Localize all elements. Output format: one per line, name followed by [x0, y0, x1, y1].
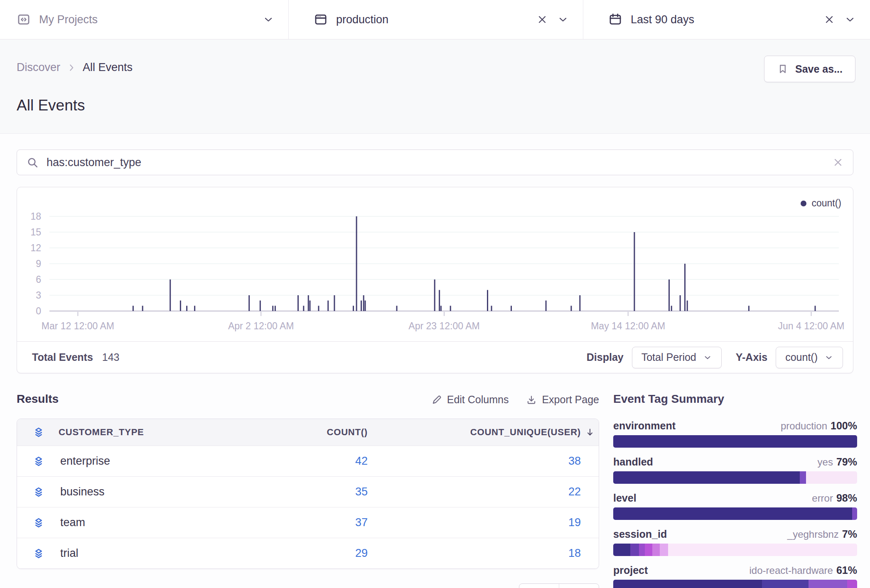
chart-legend-count[interactable]: count(): [801, 198, 841, 209]
date-range-selector[interactable]: Last 90 days: [583, 0, 870, 39]
tag-bar-segment[interactable]: [630, 544, 639, 556]
project-selector[interactable]: My Projects: [0, 0, 288, 39]
tag-bar-segment[interactable]: [652, 544, 660, 556]
svg-text:12: 12: [30, 243, 41, 253]
tag-distribution-bar: [613, 471, 857, 484]
export-page-label: Export Page: [542, 394, 599, 406]
table-row: enterprise4238: [17, 446, 599, 476]
environment-selector-label: production: [336, 13, 388, 26]
breadcrumb-discover-link[interactable]: Discover: [17, 61, 60, 74]
edit-columns-button[interactable]: Edit Columns: [431, 394, 509, 406]
svg-text:Apr 2 12:00 AM: Apr 2 12:00 AM: [228, 321, 294, 331]
chevron-right-icon: [66, 62, 77, 73]
column-header-count[interactable]: COUNT(): [327, 427, 368, 438]
column-header-count-unique-user[interactable]: COUNT_UNIQUE(USER): [368, 427, 598, 438]
svg-text:May 14 12:00 AM: May 14 12:00 AM: [591, 321, 665, 331]
clear-environment-icon[interactable]: [536, 14, 548, 25]
previous-page-button[interactable]: [519, 584, 559, 588]
svg-text:6: 6: [36, 274, 41, 285]
tag-name: level: [613, 492, 637, 503]
legend-dot-icon: [801, 201, 806, 206]
tag-summary-row: environmentproduction100%: [613, 420, 857, 448]
bookmark-icon: [777, 63, 789, 75]
search-input[interactable]: [47, 156, 825, 169]
count-unique-user-cell-link[interactable]: 19: [368, 516, 598, 529]
tag-bar-segment[interactable]: [809, 580, 848, 588]
export-page-button[interactable]: Export Page: [526, 394, 599, 406]
tag-top-value: ido-react-hardware61%: [750, 565, 857, 576]
display-label: Display: [587, 351, 624, 363]
tag-bar-segment[interactable]: [613, 471, 800, 484]
stack-icon: [17, 426, 59, 439]
count-cell-link[interactable]: 37: [261, 516, 368, 529]
top-bar: My Projects production: [0, 0, 870, 39]
tag-bar-segment[interactable]: [668, 544, 857, 556]
edit-columns-label: Edit Columns: [447, 394, 509, 406]
display-dropdown-value: Total Period: [641, 351, 696, 363]
tag-percentage: 7%: [842, 528, 857, 540]
chart-footer: Total Events 143 Display Total Period Y-…: [17, 341, 853, 373]
clear-search-icon[interactable]: [832, 157, 844, 168]
search-icon: [26, 156, 39, 169]
calendar-icon: [608, 12, 622, 27]
tag-percentage: 100%: [831, 420, 857, 431]
tag-bar-segment[interactable]: [847, 580, 857, 588]
customer-type-cell: enterprise: [59, 455, 261, 468]
chevron-down-icon: [703, 353, 712, 362]
tag-bar-segment[interactable]: [660, 544, 668, 556]
count-cell-link[interactable]: 35: [261, 485, 368, 498]
display-dropdown[interactable]: Total Period: [632, 347, 722, 368]
legend-label: count(): [811, 198, 841, 209]
chevron-down-icon: [557, 14, 569, 25]
save-as-button[interactable]: Save as...: [764, 56, 855, 82]
count-cell-link[interactable]: 29: [261, 547, 368, 560]
chevron-down-icon: [824, 353, 833, 362]
tag-bar-segment[interactable]: [613, 435, 857, 448]
results-title: Results: [17, 392, 59, 406]
tag-top-value: _yeghrsbnz7%: [787, 529, 857, 540]
breadcrumb-current: All Events: [83, 61, 133, 74]
page-header: Discover All Events Save as... All Event…: [0, 39, 870, 134]
tag-bar-segment[interactable]: [613, 544, 630, 556]
tag-distribution-bar: [613, 544, 857, 556]
tag-bar-segment[interactable]: [762, 580, 809, 588]
table-actions: Edit Columns Export Page: [431, 394, 599, 406]
event-tag-summary-title: Event Tag Summary: [613, 392, 724, 406]
tag-name: environment: [613, 420, 676, 431]
tag-bar-segment[interactable]: [613, 580, 762, 588]
event-tag-summary: environmentproduction100%handledyes79%le…: [613, 420, 857, 588]
customer-type-cell: trial: [59, 547, 261, 560]
count-unique-user-cell-link[interactable]: 38: [368, 455, 598, 468]
column-header-customer-type[interactable]: CUSTOMER_TYPE: [59, 427, 261, 438]
tag-bar-segment[interactable]: [645, 544, 652, 556]
svg-text:15: 15: [30, 227, 41, 238]
stack-icon: [17, 455, 59, 468]
download-icon: [526, 394, 537, 405]
svg-text:0: 0: [36, 306, 41, 316]
yaxis-dropdown[interactable]: count(): [776, 347, 843, 368]
next-page-button[interactable]: [559, 584, 599, 588]
stack-icon: [17, 516, 59, 529]
tag-bar-segment[interactable]: [806, 471, 857, 484]
tag-bar-segment[interactable]: [639, 544, 645, 556]
tag-bar-segment[interactable]: [800, 471, 806, 484]
environment-selector[interactable]: production: [289, 0, 583, 39]
events-spike-chart: 0369121518Mar 12 12:00 AMApr 2 12:00 AMA…: [17, 187, 853, 342]
pagination: [519, 583, 599, 588]
customer-type-cell: business: [59, 485, 261, 498]
tag-top-value: yes79%: [818, 456, 857, 468]
count-cell-link[interactable]: 42: [261, 455, 368, 468]
events-chart-card: count() 0369121518Mar 12 12:00 AMApr 2 1…: [17, 187, 853, 373]
svg-text:18: 18: [30, 211, 41, 222]
save-as-label: Save as...: [795, 63, 843, 75]
tag-percentage: 79%: [836, 456, 857, 468]
tag-bar-segment[interactable]: [852, 507, 857, 520]
tag-name: project: [613, 565, 648, 576]
tag-summary-row: projectido-react-hardware61%: [613, 565, 857, 588]
clear-date-range-icon[interactable]: [823, 14, 835, 25]
count-unique-user-cell-link[interactable]: 18: [368, 547, 598, 560]
total-events-value: 143: [102, 351, 120, 363]
count-unique-user-cell-link[interactable]: 22: [368, 485, 598, 498]
tag-bar-segment[interactable]: [613, 507, 852, 520]
chevron-down-icon: [844, 14, 856, 25]
